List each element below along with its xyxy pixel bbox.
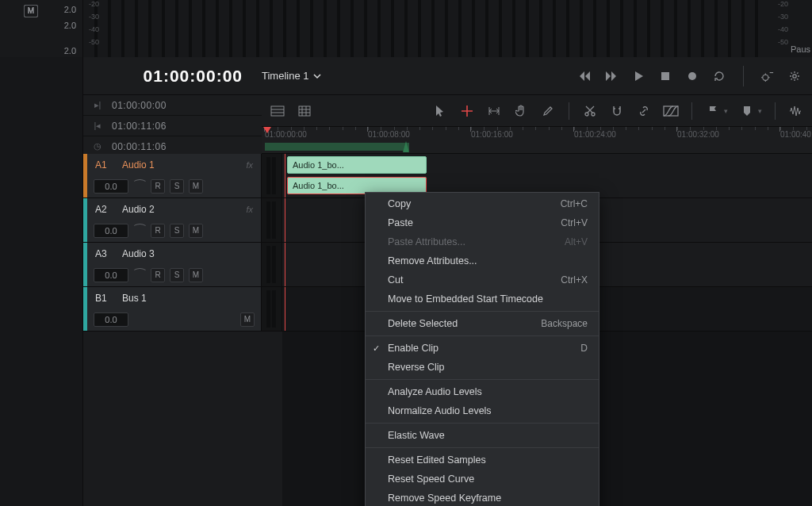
db-scale-label: -40: [778, 25, 788, 33]
timeline-ruler[interactable]: 01:00:00:0001:00:08:0001:00:16:0001:00:2…: [262, 127, 812, 154]
track-name[interactable]: Audio 3: [122, 248, 253, 259]
playhead-indicator[interactable]: [263, 127, 271, 133]
track-name[interactable]: Bus 1: [122, 293, 253, 304]
mute-box[interactable]: M: [24, 5, 38, 17]
link-icon[interactable]: [636, 103, 652, 119]
track-r-button[interactable]: R: [151, 268, 165, 282]
menu-item[interactable]: Reset Edited Samples: [366, 450, 599, 470]
playhead-line[interactable]: [285, 287, 285, 331]
db-scale-label: -40: [89, 25, 99, 33]
track-s-button[interactable]: S: [170, 179, 184, 194]
fast-forward-button[interactable]: [605, 70, 618, 82]
track-s-button[interactable]: S: [170, 268, 184, 282]
track-m-button[interactable]: M: [240, 312, 255, 327]
track-header[interactable]: A2Audio 2fx0.0⁀RSM: [87, 198, 262, 242]
menu-item-label: Enable Clip: [388, 343, 439, 354]
chevron-down-icon[interactable]: ▾: [724, 107, 728, 115]
track-volume[interactable]: 0.0: [94, 224, 128, 238]
clip-context-menu[interactable]: CopyCtrl+CPasteCtrl+VPaste Attributes...…: [365, 192, 599, 506]
chevron-down-icon[interactable]: ▾: [758, 107, 762, 115]
automation-settings-button[interactable]: [761, 70, 774, 82]
lock-icon[interactable]: ⁀: [133, 179, 146, 194]
waveform-icon[interactable]: [788, 103, 804, 119]
svg-point-2: [763, 75, 768, 80]
menu-separator: [366, 311, 599, 312]
track-lane[interactable]: Audio 1_bo...Audio 1_bo...: [282, 154, 812, 197]
menu-item-label: Reset Edited Samples: [388, 454, 486, 466]
razor-tool-icon[interactable]: [582, 103, 598, 119]
track-m-button[interactable]: M: [189, 179, 203, 194]
menu-item[interactable]: Analyze Audio Levels: [366, 382, 599, 401]
menu-item[interactable]: Move to Embedded Start Timecode: [366, 289, 599, 309]
track-volume[interactable]: 0.0: [94, 268, 128, 282]
in-out-range[interactable]: [265, 143, 409, 151]
track-s-button[interactable]: S: [170, 224, 184, 238]
snap-magnet-icon[interactable]: [609, 103, 625, 119]
pencil-tool-icon[interactable]: [540, 103, 556, 119]
track-m-button[interactable]: M: [189, 268, 203, 282]
trim-tool-icon[interactable]: [486, 103, 502, 119]
track-r-button[interactable]: R: [151, 224, 165, 238]
hand-tool-icon[interactable]: [513, 103, 529, 119]
timeline-view-options-icon[interactable]: [270, 103, 285, 119]
transport-bar: 01:00:00:00 Timeline 1: [83, 57, 812, 95]
rewind-button[interactable]: [578, 70, 591, 82]
stop-button[interactable]: [659, 70, 672, 82]
menu-item[interactable]: ✓Enable ClipD: [366, 339, 599, 358]
grid-icon[interactable]: [297, 103, 312, 119]
marker-teal-icon[interactable]: [739, 103, 755, 119]
playhead-line[interactable]: [285, 154, 285, 197]
track-name[interactable]: Audio 1: [122, 159, 238, 171]
crossfade-icon[interactable]: [663, 103, 679, 119]
menu-item[interactable]: Normalize Audio Levels: [366, 401, 599, 420]
check-icon: ✓: [373, 343, 380, 354]
menu-shortcut: Ctrl+V: [561, 217, 588, 228]
track-header[interactable]: B1Bus 10.0M: [87, 287, 262, 331]
menu-item-label: Delete Selected: [388, 318, 458, 329]
pointer-tool-icon[interactable]: [432, 103, 448, 119]
menu-item-label: Remove Attributes...: [388, 255, 477, 266]
play-button[interactable]: [632, 70, 645, 82]
ruler-tick: 01:00:24:00: [574, 130, 616, 139]
track-header[interactable]: A3Audio 30.0⁀RSM: [87, 243, 262, 286]
menu-item[interactable]: Reset Speed Curve: [366, 470, 599, 489]
loop-button[interactable]: [713, 70, 726, 82]
menu-item[interactable]: Elastic Wave: [366, 426, 599, 445]
menu-item[interactable]: Remove Attributes...: [366, 251, 599, 270]
menu-item-label: Paste: [388, 217, 413, 228]
lock-icon[interactable]: ⁀: [133, 224, 146, 239]
track-header[interactable]: A1Audio 1fx0.0⁀RSM: [87, 154, 262, 197]
menu-item[interactable]: Reverse Clip: [366, 358, 599, 377]
menu-item[interactable]: PasteCtrl+V: [366, 213, 599, 232]
menu-item[interactable]: CutCtrl+X: [366, 270, 599, 289]
audio-clip[interactable]: Audio 1_bo...: [287, 156, 427, 174]
track-name[interactable]: Audio 2: [122, 204, 238, 215]
track-r-button[interactable]: R: [151, 179, 165, 194]
tc-line-start[interactable]: |◂ 01:00:11:06: [83, 116, 262, 136]
settings-gear-button[interactable]: [788, 70, 801, 82]
menu-item: Paste Attributes...Alt+V: [366, 232, 599, 251]
menu-item[interactable]: CopyCtrl+C: [366, 194, 599, 213]
playhead-line[interactable]: [285, 198, 285, 242]
svg-rect-4: [271, 106, 284, 116]
record-button[interactable]: [686, 70, 699, 82]
range-out-handle[interactable]: [403, 141, 409, 152]
timeline-toolbar: ▾ ▾: [262, 95, 812, 127]
menu-separator: [366, 379, 599, 380]
track-volume[interactable]: 0.0: [94, 179, 128, 194]
db-scale-label: -20: [778, 0, 788, 8]
menu-item[interactable]: Remove Speed Keyframe: [366, 489, 599, 506]
flag-blue-icon[interactable]: [705, 103, 721, 119]
timeline-selector[interactable]: Timeline 1: [262, 70, 321, 82]
main-timecode[interactable]: 01:00:00:00: [83, 67, 262, 86]
track-volume[interactable]: 0.0: [94, 312, 128, 327]
range-tool-icon[interactable]: [459, 103, 475, 119]
track-m-button[interactable]: M: [189, 224, 203, 238]
lock-icon[interactable]: ⁀: [133, 268, 146, 283]
playhead-line[interactable]: [285, 243, 285, 286]
menu-item-label: Remove Speed Keyframe: [388, 493, 501, 504]
playback-state-label: Paus: [791, 44, 810, 54]
tc-line-end[interactable]: ▸| 01:00:00:00: [83, 95, 262, 116]
menu-item[interactable]: Delete SelectedBackspace: [366, 314, 599, 333]
clock-icon: ◷: [83, 141, 112, 151]
